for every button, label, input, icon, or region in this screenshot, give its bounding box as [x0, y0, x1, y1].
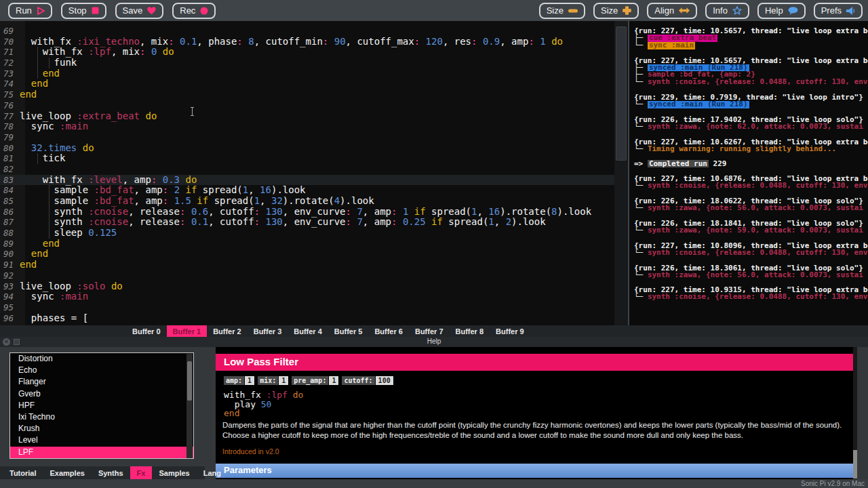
size-increase-button[interactable]: Size: [593, 3, 639, 19]
buffer-tab[interactable]: Buffer 0: [126, 325, 167, 337]
code-token: 50: [261, 399, 272, 409]
code-line[interactable]: 91end: [0, 260, 614, 270]
code-line[interactable]: 74 end: [0, 79, 614, 89]
code-line[interactable]: 79: [0, 132, 614, 143]
fx-list-item[interactable]: Ixi Techno: [10, 411, 193, 423]
fx-list-item[interactable]: Krush: [10, 423, 193, 434]
indent-guide: [49, 207, 50, 218]
buffer-tab[interactable]: Buffer 4: [288, 325, 328, 337]
code-line[interactable]: 95: [0, 302, 614, 313]
help-button[interactable]: Help: [757, 3, 806, 19]
buffer-tab[interactable]: Buffer 7: [409, 325, 450, 337]
code-line[interactable]: 96 phases = [: [0, 313, 614, 324]
rec-button[interactable]: Rec: [172, 3, 216, 19]
code-line[interactable]: 72 funk: [0, 58, 614, 68]
code-token: [20, 68, 43, 79]
code-token: :: [346, 216, 351, 227]
fx-list-item[interactable]: Echo: [10, 365, 193, 376]
code-token: [408, 206, 414, 217]
code-line[interactable]: 70 with_fx :ixi_techno, mix: 0.1, phase:…: [0, 37, 614, 47]
buffer-tab[interactable]: Buffer 8: [450, 325, 490, 337]
code-line[interactable]: 92: [0, 270, 614, 281]
badge-label: cutoff:: [342, 376, 374, 385]
info-button[interactable]: Info: [705, 3, 749, 19]
code-text: end: [20, 259, 37, 270]
stop-button-label: Stop: [68, 5, 87, 16]
help-tab-examples[interactable]: Examples: [43, 466, 92, 480]
code-token: 2: [174, 184, 180, 195]
log-entry: {run: 227, time: 10.8096, thread: "live_…: [634, 242, 868, 257]
code-line[interactable]: 82: [0, 164, 614, 175]
save-button[interactable]: Save: [115, 3, 164, 19]
editor-scrollbar-thumb[interactable]: [616, 26, 627, 161]
code-line[interactable]: 93live_loop :solo do: [0, 281, 614, 292]
code-editor[interactable]: 6970 with_fx :ixi_techno, mix: 0.1, phas…: [0, 21, 614, 325]
stop-button[interactable]: Stop: [61, 3, 106, 19]
help-tab-lang[interactable]: Lang: [197, 466, 228, 480]
code-token: 7: [357, 206, 362, 217]
log-pane[interactable]: {run: 227, time: 10.5657, thread: "live_…: [629, 21, 868, 325]
code-line[interactable]: 69: [0, 26, 614, 37]
buffer-tab[interactable]: Buffer 3: [248, 325, 288, 337]
code-line[interactable]: 86 synth :cnoise, release: 0.6, cutoff: …: [0, 207, 614, 218]
code-text: sync :main: [20, 291, 88, 302]
help-tab-tutorial[interactable]: Tutorial: [3, 466, 43, 480]
buffer-tab[interactable]: Buffer 2: [207, 325, 248, 337]
code-line[interactable]: 94 sync :main: [0, 291, 614, 302]
fx-list-item[interactable]: Level: [10, 434, 193, 446]
code-line[interactable]: 85 sample :bd_fat, amp: 1.5 if spread(1,…: [0, 196, 614, 207]
help-tab-samples[interactable]: Samples: [152, 466, 196, 480]
code-line[interactable]: 76: [0, 100, 614, 111]
code-token: [77, 142, 82, 153]
code-line[interactable]: 83 with_fx :level, amp: 0.3 do: [0, 175, 614, 186]
code-token: , release: [128, 206, 180, 217]
fx-list-items: DistortionEchoFlangerGverbHPFIxi TechnoK…: [10, 353, 193, 458]
log-line-text: synth :zawa, {note: 56.0, attack: 0.0073…: [648, 272, 863, 279]
code-line[interactable]: 84 sample :bd_fat, amp: 2 if spread(1, 1…: [0, 185, 614, 196]
log-entry: {run: 227, time: 10.6267, thread: "live_…: [634, 138, 868, 153]
code-line[interactable]: 75end: [0, 89, 614, 100]
fx-list-scrollbar[interactable]: [186, 354, 193, 459]
log-entry-header: {run: 226, time: 17.9402, thread: "live_…: [634, 116, 868, 123]
code-line[interactable]: 80 32.times do: [0, 143, 614, 154]
editor-scrollbar[interactable]: [614, 21, 628, 325]
code-line[interactable]: 71 with_fx :lpf, mix: 0 do: [0, 47, 614, 58]
log-line-text: sample :bd_fat, {amp: 2}: [648, 71, 755, 79]
fx-list-scrollbar-thumb[interactable]: [187, 361, 192, 401]
prefs-button[interactable]: Prefs: [814, 3, 863, 19]
code-token: :cnoise: [88, 206, 128, 217]
article-scrollbar-thumb[interactable]: [853, 450, 857, 479]
code-line[interactable]: 73 end: [0, 68, 614, 79]
fx-list-item[interactable]: LPF: [10, 447, 193, 458]
code-token: :: [346, 206, 351, 217]
code-token: , env_curve: [283, 216, 346, 227]
code-line[interactable]: 89 end: [0, 239, 614, 249]
help-tab-fx[interactable]: Fx: [130, 466, 153, 480]
align-button[interactable]: Align: [647, 3, 697, 19]
code-line[interactable]: 78 sync :main: [0, 121, 614, 132]
fx-list-item[interactable]: Distortion: [10, 353, 193, 365]
code-token: if: [197, 195, 208, 206]
fx-list[interactable]: DistortionEchoFlangerGverbHPFIxi TechnoK…: [9, 352, 194, 459]
code-line[interactable]: 90 end: [0, 249, 614, 260]
buffer-tab[interactable]: Buffer 5: [328, 325, 369, 337]
fx-list-item[interactable]: Flanger: [10, 376, 193, 388]
run-button[interactable]: Run: [8, 3, 52, 19]
help-dock-titlebar: × Help: [0, 337, 868, 347]
code-line[interactable]: 88 sleep 0.125: [0, 228, 614, 239]
fx-list-item[interactable]: HPF: [10, 400, 193, 411]
code-line[interactable]: 77live_loop :extra_beat do: [0, 111, 614, 122]
size-decrease-button[interactable]: Size: [539, 3, 585, 19]
log-entry-header: {run: 226, time: 18.1841, thread: "live_…: [634, 220, 868, 227]
help-tab-synths[interactable]: Synths: [92, 466, 130, 480]
article-scrollbar[interactable]: [853, 347, 857, 479]
buffer-tab[interactable]: Buffer 9: [490, 325, 530, 337]
code-line[interactable]: 87 synth :cnoise, release: 0.1, cutoff: …: [0, 217, 614, 228]
code-token: spread(: [426, 206, 471, 217]
buffer-tab[interactable]: Buffer 6: [368, 325, 409, 337]
line-number: 89: [0, 239, 20, 249]
code-line[interactable]: 81 tick: [0, 153, 614, 164]
buffer-tab[interactable]: Buffer 1: [167, 325, 208, 337]
fx-list-item[interactable]: Gverb: [10, 388, 193, 400]
line-number: 71: [0, 47, 20, 58]
